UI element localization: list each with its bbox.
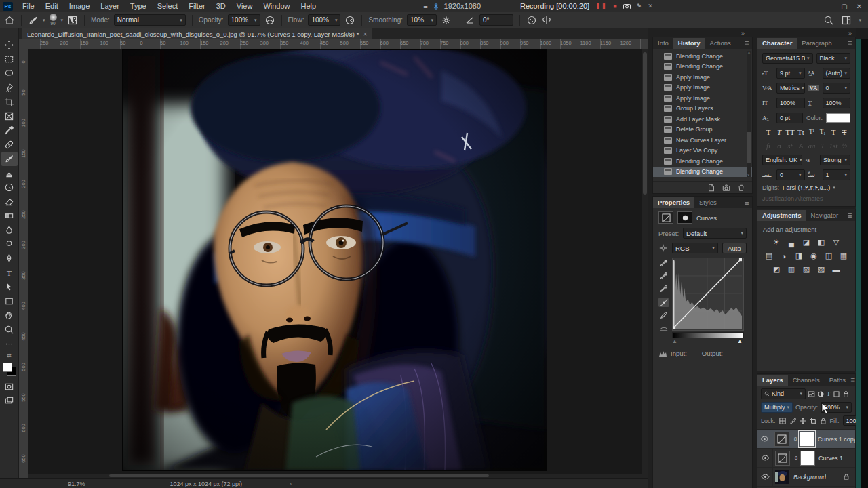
lasso-tool[interactable] [1,66,18,81]
layers-menu-icon[interactable]: ≣ [850,377,856,384]
opentype-feature-button[interactable]: σ [774,142,784,150]
document-tab-close-icon[interactable]: ✕ [363,31,368,37]
channel-mixer-adjustment-icon[interactable]: ◫ [824,251,834,260]
layer-name[interactable]: Curves 1 copy [818,436,855,443]
layer-visibility-eye-icon[interactable] [757,430,772,448]
layer-row-curves-1-copy[interactable]: 8Curves 1 copy [757,430,855,449]
history-tab-history[interactable]: History [673,38,705,49]
symmetry-icon[interactable] [541,15,552,26]
layer-image-thumbnail[interactable] [775,470,789,484]
curves-layer-thumbnail[interactable] [775,451,790,466]
pencil-icon[interactable]: ✎ [637,3,642,9]
histogram-warning-icon[interactable] [658,350,668,357]
black-white-adjustment-icon[interactable]: ◨ [794,251,804,260]
text-color-swatch[interactable] [826,113,850,123]
maximize-button[interactable]: ▢ [838,3,850,10]
spot-healing-tool[interactable] [1,138,18,152]
ruler-horizontal[interactable]: 2502001501005005010015020025030035040045… [28,39,648,50]
kerning-select[interactable]: Metrics▾ [776,83,805,94]
smoothing-options-gear-icon[interactable] [441,15,452,26]
character-tab-character[interactable]: Character [757,38,797,49]
layer-name[interactable]: Background [793,474,826,481]
angle-input[interactable]: 0° [479,14,513,26]
curve-point-tool-icon[interactable] [658,298,669,307]
levels-adjustment-icon[interactable]: ▄ [787,238,797,247]
history-menu-icon[interactable]: ≣ [744,40,749,47]
opentype-feature-button[interactable]: 1st [829,142,838,150]
baseline-shift-input[interactable]: 0 pt [776,113,803,123]
hue-saturation-adjustment-icon[interactable]: ▤ [764,251,774,260]
history-state[interactable]: Group Layers [653,104,752,115]
dock-collapse-chevron-2[interactable]: » [848,30,852,37]
smoothing-select[interactable]: 10%▾ [407,14,437,26]
status-arrow-icon[interactable]: › [290,481,292,487]
lock-transparency-icon[interactable] [779,418,786,424]
opentype-feature-button[interactable]: ½ [840,142,849,150]
menu-select[interactable]: Select [152,2,184,10]
black-point-slider[interactable]: ▲ [672,338,677,344]
ligature-select[interactable]: 1▾ [823,169,851,180]
brush-preview[interactable]: 90 [50,14,57,26]
hand-tool[interactable] [1,308,18,323]
quick-selection-tool[interactable] [1,81,18,95]
document-tab[interactable]: Leonardo_Diffusion_Iranian_poet_saadi_cl… [22,28,372,39]
faux-style-button[interactable]: T [829,128,838,136]
toggle-brush-panel-icon[interactable] [67,15,78,26]
lock-pixels-brush-icon[interactable] [789,418,796,424]
language-select[interactable]: English: UK▾ [762,155,802,165]
flow-select[interactable]: 100%▾ [308,14,340,26]
hamburger-icon[interactable]: ≡ [423,2,427,10]
photo-filter-adjustment-icon[interactable]: ◉ [809,251,819,260]
camera-icon[interactable] [623,3,631,9]
zoom-tool[interactable] [1,323,18,337]
character-tab-paragraph[interactable]: Paragraph [797,38,836,49]
layer-mask-thumbnail[interactable] [800,451,815,466]
faux-style-button[interactable]: T₁ [818,128,827,136]
gradient-tool[interactable] [1,209,18,223]
move-tool[interactable] [1,38,18,52]
menu-filter[interactable]: Filter [183,2,210,10]
white-point-eyedropper-icon[interactable] [658,285,669,294]
crop-tool[interactable] [1,95,18,109]
workspace-switcher-icon[interactable] [841,15,852,26]
blur-tool[interactable] [1,223,18,237]
threshold-adjustment-icon[interactable]: ▧ [802,265,812,274]
faux-style-button[interactable]: T [764,128,773,136]
dock-collapse-chevron-1[interactable]: » [741,30,745,37]
vertical-scrollbar[interactable] [642,49,648,478]
layer-visibility-eye-icon[interactable] [757,449,773,467]
brush-tool[interactable] [1,152,18,166]
gray-point-eyedropper-icon[interactable] [658,272,669,281]
pen-tool[interactable] [1,251,18,266]
menu-file[interactable]: File [17,2,40,10]
brush-preset-chevron[interactable]: ▾ [43,18,45,23]
color-balance-adjustment-icon[interactable]: ◑ [779,251,789,260]
menu-window[interactable]: Window [258,2,295,10]
properties-tab-properties[interactable]: Properties [653,197,694,208]
quick-mask-button[interactable] [1,380,18,394]
close-button[interactable]: ✕ [853,3,865,10]
antialias-select[interactable]: Strong▾ [820,155,850,165]
lock-artboard-icon[interactable] [810,418,816,424]
airbrush-icon[interactable] [344,15,355,26]
posterize-adjustment-icon[interactable]: ▥ [787,265,797,274]
search-icon[interactable] [823,15,834,26]
history-state[interactable]: Blending Change [653,51,752,62]
canvas-image[interactable] [123,50,547,470]
eyedropper-tool[interactable] [1,123,18,138]
curve-pencil-tool-icon[interactable] [658,310,669,320]
pasteboard[interactable] [28,49,648,478]
properties-menu-icon[interactable]: ≣ [744,199,749,206]
brush-panel-chevron[interactable]: ▾ [61,18,64,23]
exposure-adjustment-icon[interactable]: ◧ [816,238,827,247]
type-tool[interactable]: T [1,266,18,280]
pause-icon[interactable]: ❚❚ [595,3,607,9]
color-swatches[interactable] [3,363,16,376]
mode-select[interactable]: Normal▾ [114,14,186,26]
filter-adjustment-icon[interactable] [817,390,825,399]
filter-type-icon[interactable]: T [827,390,831,399]
font-family-select[interactable]: Geometr415 Blk BT▾ [762,53,813,64]
history-state[interactable]: Apply Image [653,83,752,94]
history-state[interactable]: Apply Image [653,93,752,104]
black-point-eyedropper-icon[interactable] [658,259,669,268]
